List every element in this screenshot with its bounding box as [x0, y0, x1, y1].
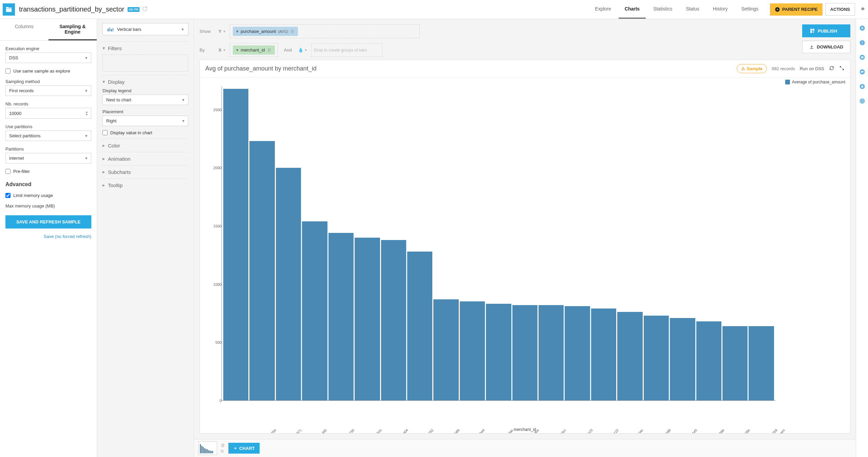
bar[interactable] — [644, 316, 669, 400]
use-partitions-select[interactable]: Select partitions ▾ — [5, 131, 91, 141]
top-tab-status[interactable]: Status — [680, 0, 705, 19]
top-tab-statistics[interactable]: Statistics — [647, 0, 678, 19]
bar[interactable] — [486, 304, 511, 400]
rail-info-icon[interactable]: i — [859, 40, 865, 47]
expand-chart-icon[interactable] — [839, 65, 845, 72]
save-no-refresh-link[interactable]: Save (no forced refresh) — [5, 234, 91, 239]
engine-select[interactable]: DSS ▾ — [5, 53, 91, 63]
use-same-sample-checkbox[interactable]: Use same sample as explore — [5, 68, 91, 74]
chart-type-select[interactable]: Vertical bars ▾ — [102, 23, 188, 35]
placement-value: Right — [106, 118, 116, 123]
rail-stack-icon[interactable] — [859, 54, 865, 61]
bar[interactable] — [512, 305, 537, 400]
download-button[interactable]: DOWNLOAD — [802, 41, 850, 53]
rail-lab-icon[interactable] — [859, 83, 865, 91]
pre-filter-checkbox[interactable]: Pre-filter — [5, 169, 91, 174]
trash-icon[interactable]: 🗑 — [290, 29, 295, 34]
stepper-icon[interactable]: ▴▾ — [86, 111, 88, 116]
bar[interactable] — [407, 252, 432, 400]
x-tick: M_ID_95d38a04c — [623, 428, 644, 433]
actions-button[interactable]: ACTIONS — [825, 3, 855, 16]
tooltip-section-toggle[interactable]: ▸ Tooltip — [102, 182, 188, 188]
use-same-sample-input[interactable] — [5, 68, 11, 74]
filters-drop-zone[interactable] — [102, 55, 188, 72]
publish-button[interactable]: PUBLISH — [802, 24, 850, 37]
rail-add-icon[interactable] — [859, 25, 865, 32]
x-tick: M_ID_a4c4e2326a — [255, 428, 277, 433]
panel-tab-columns[interactable]: Columns — [0, 19, 49, 40]
nb-records-input[interactable]: 10000 ▴▾ — [5, 108, 91, 119]
save-refresh-button[interactable]: SAVE AND REFRESH SAMPLE — [5, 215, 91, 228]
delete-thumb-icon[interactable]: 🗑 — [221, 443, 225, 448]
placement-select[interactable]: Right ▾ — [102, 116, 188, 126]
rail-history-icon[interactable] — [859, 98, 865, 105]
animation-section-toggle[interactable]: ▸ Animation — [102, 156, 188, 162]
top-tab-history[interactable]: History — [707, 0, 734, 19]
y-drop-zone[interactable]: ▾ purchase_amount (AVG) 🗑 — [230, 24, 420, 38]
limit-memory-checkbox[interactable]: Limit memory usage — [5, 193, 91, 198]
y-tick: 2500 — [213, 108, 222, 112]
bar[interactable] — [276, 168, 301, 400]
color-section-toggle[interactable]: ▸ Color — [102, 142, 188, 148]
bar[interactable] — [670, 318, 695, 401]
group-drop-zone[interactable]: Drop to create groups of bars — [311, 43, 382, 57]
x-tick: M_ID_5b3f2311e5 — [677, 428, 698, 433]
chart-title: Avg of purchase_amount by merchant_id — [205, 65, 732, 72]
bar[interactable] — [460, 301, 485, 400]
top-tab-explore[interactable]: Explore — [589, 0, 617, 19]
chart-thumbnail[interactable] — [198, 441, 217, 455]
limit-memory-input[interactable] — [5, 193, 11, 198]
pre-filter-input[interactable] — [5, 169, 11, 174]
display-section-toggle[interactable]: ▾ Display — [102, 79, 188, 85]
bar[interactable] — [433, 299, 458, 400]
bar[interactable] — [617, 312, 642, 400]
rail-chat-icon[interactable] — [859, 69, 865, 76]
x-drop-zone[interactable]: ▾ merchant_id 🗑 — [230, 43, 278, 57]
parent-recipe-button[interactable]: PARENT RECIPE — [770, 3, 823, 16]
bar[interactable] — [249, 141, 275, 400]
y-tick: 1500 — [213, 224, 222, 228]
run-on-label: Run on DSS — [800, 66, 824, 71]
bar[interactable] — [328, 233, 354, 400]
bar[interactable] — [565, 306, 590, 400]
caret-icon: ▾ — [85, 88, 88, 93]
panel-tab-sampling-engine[interactable]: Sampling & Engine — [49, 19, 97, 40]
partitions-label: Partitions — [5, 146, 91, 152]
bar[interactable] — [722, 326, 748, 400]
refresh-icon[interactable] — [142, 6, 148, 13]
top-tab-settings[interactable]: Settings — [735, 0, 765, 19]
refresh-chart-icon[interactable] — [829, 65, 834, 72]
bar[interactable] — [223, 89, 248, 400]
y-pill-name: purchase_amount — [241, 29, 276, 34]
partitions-select[interactable]: internet ▾ — [5, 153, 91, 163]
bar[interactable] — [591, 309, 616, 400]
x-pill[interactable]: ▾ merchant_id 🗑 — [233, 45, 275, 55]
copy-thumb-icon[interactable]: ⧉ — [221, 449, 225, 454]
add-chart-button[interactable]: ＋ CHART — [228, 443, 260, 454]
tint-icon[interactable]: 💧 ▾ — [298, 47, 307, 53]
vertical-bars-icon — [107, 26, 114, 32]
caret-icon: ▾ — [236, 47, 239, 53]
sampling-method-select[interactable]: First records ▾ — [5, 85, 91, 96]
bar[interactable] — [381, 240, 406, 400]
svg-rect-12 — [861, 56, 864, 57]
y-pill[interactable]: ▾ purchase_amount (AVG) 🗑 — [233, 27, 298, 36]
trash-icon[interactable]: 🗑 — [267, 47, 271, 53]
back-icon[interactable] — [859, 6, 865, 13]
pre-filter-label: Pre-filter — [13, 169, 30, 174]
bar[interactable] — [539, 305, 564, 400]
top-tab-charts[interactable]: Charts — [619, 0, 646, 19]
subcharts-section-toggle[interactable]: ▸ Subcharts — [102, 169, 188, 175]
filters-section-toggle[interactable]: ▾ Filters — [102, 45, 188, 51]
display-legend-select[interactable]: Next to chart ▾ — [102, 95, 188, 105]
caret-icon: ▾ — [223, 47, 226, 53]
display-value-checkbox[interactable]: Display value in chart — [102, 130, 188, 135]
bar[interactable] — [302, 221, 327, 400]
bar[interactable] — [749, 326, 774, 400]
and-label: And — [284, 47, 292, 53]
bar[interactable] — [696, 321, 721, 400]
display-value-input[interactable] — [102, 130, 108, 135]
sample-chip[interactable]: ⚠ Sample — [737, 64, 767, 73]
bar[interactable] — [355, 238, 380, 400]
chevron-down-icon: ▾ — [102, 45, 105, 51]
